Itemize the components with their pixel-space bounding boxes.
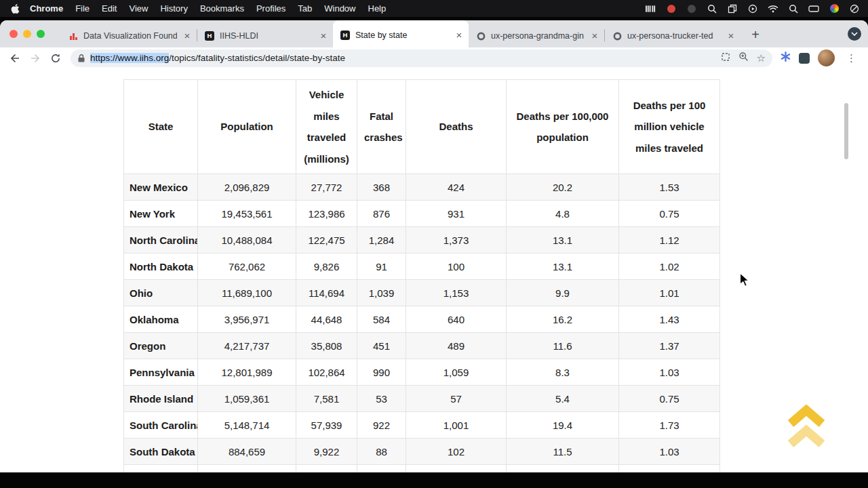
vmt-cell: 123,986 (296, 201, 357, 227)
close-window-button[interactable] (9, 30, 18, 38)
zoom-window-button[interactable] (37, 30, 45, 38)
fatal-crashes-cell: 88 (357, 439, 406, 465)
reload-button[interactable] (46, 49, 65, 67)
asterisk-extension-icon[interactable] (781, 52, 791, 64)
minimize-window-button[interactable] (23, 30, 31, 38)
keyboard-icon[interactable] (808, 3, 819, 14)
tab-label: ux-persona-grandma-gin (491, 31, 585, 41)
menu-item[interactable]: Bookmarks (194, 3, 250, 14)
state-cell: Pennsylvania (124, 359, 198, 386)
state-cell: Oklahoma (124, 306, 198, 333)
tab-close-icon[interactable]: × (589, 30, 600, 41)
tab-data-visualization[interactable]: Data Visualization Founda × (61, 24, 197, 47)
deaths-cell: 57 (406, 386, 507, 412)
menu-item[interactable]: Tab (292, 3, 318, 14)
blocked-icon[interactable] (849, 3, 860, 14)
population-cell: 5,148,714 (198, 412, 296, 439)
tab-ux-persona-grandma[interactable]: ux-persona-grandma-gin × (469, 24, 604, 47)
back-button[interactable] (5, 49, 24, 67)
dark-extension-icon[interactable] (799, 53, 810, 64)
table-row: New Mexico 2,096,829 27,772 368 424 20.2… (124, 174, 720, 201)
menu-item[interactable]: Chrome (24, 3, 69, 14)
vmt-cell: 57,939 (296, 412, 357, 439)
play-circle-icon[interactable] (747, 3, 758, 14)
omnibox-icons: ☆ (721, 52, 766, 64)
tabs: Data Visualization Founda × H IIHS-HLDI … (61, 20, 765, 47)
population-cell: 3,956,971 (198, 306, 296, 333)
deaths-per-100k-cell: 19.4 (507, 412, 619, 439)
table-row: North Carolina 10,488,084 122,475 1,284 … (124, 227, 720, 253)
population-cell: 10,488,084 (198, 227, 296, 253)
profile-avatar[interactable] (818, 49, 835, 66)
deaths-cell: 1,153 (406, 280, 507, 306)
chrome-menu-icon[interactable]: ⋮ (843, 52, 860, 64)
deaths-cell: 424 (406, 174, 507, 201)
state-cell: North Carolina (124, 227, 198, 253)
new-tab-button[interactable]: + (746, 24, 765, 45)
tab-iihs-hldi[interactable]: H IIHS-HLDI × (197, 24, 333, 47)
deaths-cell: 1,373 (406, 227, 507, 253)
deaths-per-100m-vmt-cell: 1.43 (619, 306, 720, 333)
state-cell: Oregon (124, 333, 198, 359)
deaths-per-100m-vmt-cell: 1.03 (619, 439, 720, 465)
population-cell: 19,453,561 (198, 201, 296, 227)
menu-item[interactable]: History (154, 3, 193, 14)
zoom-icon[interactable] (738, 52, 749, 64)
browser-window: Data Visualization Founda × H IIHS-HLDI … (0, 20, 868, 472)
deaths-cell: 489 (406, 333, 507, 359)
copy-icon[interactable] (727, 3, 738, 14)
tab-close-icon[interactable]: × (726, 30, 736, 41)
deaths-per-100k-cell: 20.2 (507, 174, 619, 201)
deaths-cell: 1,059 (406, 359, 507, 386)
fatal-crashes-cell: 1,040 (357, 465, 406, 473)
back-to-top-button[interactable] (787, 405, 826, 449)
deaths-per-100k-cell: 13.1 (507, 227, 619, 253)
pinwheel-icon[interactable] (829, 3, 840, 14)
tab-close-icon[interactable]: × (454, 30, 465, 41)
menu-item[interactable]: Help (362, 3, 393, 14)
forward-button[interactable] (26, 49, 45, 67)
population-cell: 1,059,361 (198, 386, 296, 412)
population-cell: 884,659 (198, 439, 296, 465)
address-bar[interactable]: https://www.iihs.org/topics/fatality-sta… (71, 49, 772, 67)
search-icon[interactable] (788, 3, 799, 14)
menu-item[interactable]: File (69, 3, 96, 14)
record-icon[interactable] (666, 3, 677, 14)
fatal-crashes-cell: 451 (357, 333, 406, 359)
bars-icon[interactable] (646, 3, 656, 14)
bookmark-star-icon[interactable]: ☆ (757, 53, 766, 63)
tab-ux-persona-trucker[interactable]: ux-persona-trucker-ted × (605, 24, 741, 47)
tab-close-icon[interactable]: × (318, 30, 329, 41)
menubar-status-icons (646, 3, 860, 14)
dark-circle-icon[interactable] (686, 3, 697, 14)
column-header: Population (198, 80, 296, 174)
deaths-cell: 102 (406, 439, 507, 465)
menu-item[interactable]: Profiles (250, 3, 292, 14)
deaths-cell: 100 (406, 253, 507, 280)
tab-close-icon[interactable]: × (182, 30, 193, 41)
menu-item[interactable]: View (123, 3, 154, 14)
fatal-crashes-cell: 368 (357, 174, 406, 201)
deaths-per-100k-cell: 16.6 (507, 465, 619, 473)
menu-item[interactable]: Edit (96, 3, 123, 14)
lock-icon[interactable] (77, 54, 85, 63)
wifi-icon[interactable] (768, 3, 778, 14)
vmt-cell: 122,475 (296, 227, 357, 253)
population-cell: 2,096,829 (198, 174, 296, 201)
vmt-cell: 9,826 (296, 253, 357, 280)
tab-state-by-state[interactable]: H State by state × (333, 20, 469, 47)
menu-item[interactable]: Window (318, 3, 361, 14)
scrollbar-thumb[interactable] (844, 103, 848, 159)
vmt-cell: 9,922 (296, 439, 357, 465)
tab-search-button[interactable] (848, 27, 861, 41)
table-row: Oregon 4,217,737 35,808 451 489 11.6 1.3… (124, 333, 720, 359)
deaths-per-100m-vmt-cell: 1.53 (619, 174, 720, 201)
spotlight-icon[interactable] (707, 3, 717, 14)
column-header: Deaths per 100,000 population (507, 80, 619, 174)
vmt-cell: 44,648 (296, 306, 357, 333)
column-header: Fatal crashes (357, 80, 406, 174)
screenshot-icon[interactable] (721, 52, 730, 64)
apple-menu-icon[interactable] (11, 3, 20, 14)
fatal-crashes-cell: 922 (357, 412, 406, 439)
tab-label: State by state (355, 30, 449, 40)
